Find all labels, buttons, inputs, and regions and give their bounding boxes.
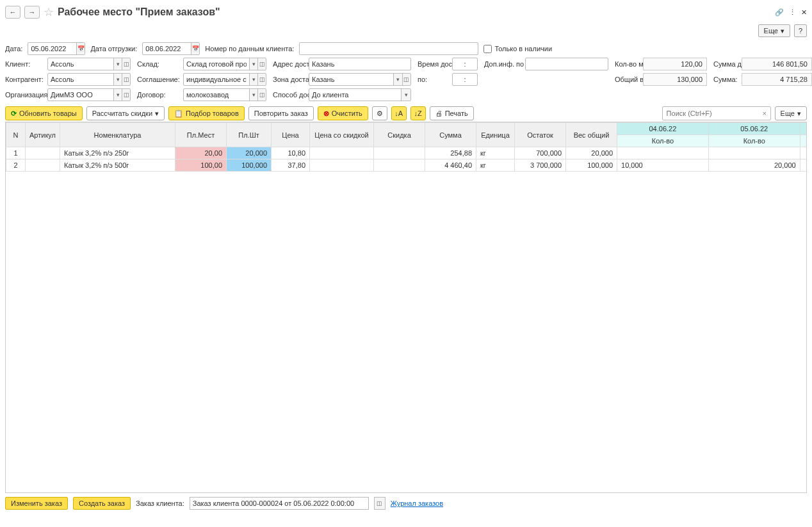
goods-table[interactable]: N Артикул Номенклатура Пл.Мест Пл.Шт Цен… [5, 122, 807, 493]
calc-discounts-button[interactable]: Рассчитать скидки▾ [86, 106, 165, 120]
col-qty1[interactable]: Кол-во [617, 135, 709, 147]
create-order-button[interactable]: Создать заказ [73, 497, 131, 510]
print-button[interactable]: 🖨Печать [430, 106, 474, 120]
chevron-down-icon[interactable]: ▾ [249, 74, 257, 85]
more-button[interactable]: Еще▾ [758, 24, 790, 37]
delivery-way-field[interactable]: ▾ [309, 88, 411, 101]
clientnum-field[interactable] [299, 42, 478, 55]
col-date3[interactable]: 06.0 [800, 123, 807, 135]
open-order-icon[interactable]: ◫ [374, 497, 386, 510]
col-qty3[interactable]: Кол [800, 135, 807, 147]
chevron-down-icon[interactable]: ▾ [113, 89, 122, 101]
instock-checkbox[interactable]: Только в наличии [483, 45, 552, 53]
arrow-left-icon: ← [10, 8, 17, 16]
open-icon[interactable]: ◫ [257, 89, 266, 101]
list-icon: 📋 [174, 109, 183, 118]
col-pieces[interactable]: Пл.Шт [227, 123, 272, 147]
sort-asc-button[interactable]: ↓A [391, 106, 407, 120]
repeat-order-button[interactable]: Повторить заказ [248, 106, 314, 120]
client-label: Клиент: [5, 60, 45, 68]
client-order-label: Заказ клиента: [136, 499, 184, 507]
debt-label: Сумма долга: [713, 60, 739, 68]
chevron-down-icon: ▾ [155, 109, 159, 118]
warehouse-label: Склад: [137, 60, 181, 68]
org-field[interactable]: ▾◫ [47, 88, 131, 101]
col-sum[interactable]: Сумма [425, 123, 476, 147]
chevron-down-icon[interactable]: ▾ [249, 58, 257, 70]
col-discount[interactable]: Скидка [374, 123, 425, 147]
places-qty-label: Кол-во мест: [615, 60, 640, 68]
clear-button[interactable]: ⊗Очистить [318, 106, 368, 120]
sort-desc-button[interactable]: ↓Z [410, 106, 426, 120]
refresh-goods-button[interactable]: ⟳Обновить товары [5, 106, 83, 120]
nav-forward-button[interactable]: → [24, 6, 40, 19]
edit-order-button[interactable]: Изменить заказ [5, 497, 68, 510]
col-n[interactable]: N [6, 123, 26, 147]
time-to-label: по: [418, 76, 450, 83]
col-weight[interactable]: Вес общий [566, 123, 617, 147]
extra-info-label: Доп.инф. по доставке: [484, 60, 523, 68]
open-icon[interactable]: ◫ [122, 89, 130, 101]
agreement-field[interactable]: ▾◫ [183, 73, 266, 86]
total-weight-label: Общий вес: [615, 76, 640, 83]
settings-button[interactable]: ⚙ [372, 106, 387, 120]
zone-field[interactable]: ▾◫ [309, 73, 411, 86]
clear-search-icon[interactable]: × [759, 109, 770, 117]
calendar-icon[interactable] [76, 43, 85, 54]
gear-icon: ⚙ [377, 109, 383, 118]
date-field[interactable] [28, 42, 85, 55]
chevron-down-icon[interactable]: ▾ [401, 89, 410, 101]
refresh-icon: ⟳ [11, 109, 17, 118]
col-places[interactable]: Пл.Мест [175, 123, 227, 147]
help-button[interactable]: ? [794, 24, 807, 37]
open-icon[interactable]: ◫ [257, 58, 266, 70]
chevron-down-icon[interactable]: ▾ [249, 89, 257, 101]
col-article[interactable]: Артикул [26, 123, 60, 147]
time-from-field[interactable] [452, 58, 478, 70]
pick-goods-button[interactable]: 📋Подбор товаров [168, 106, 245, 120]
col-qty2[interactable]: Кол-во [708, 135, 800, 147]
open-icon[interactable]: ◫ [122, 74, 130, 85]
col-unit[interactable]: Единица [476, 123, 515, 147]
deal-field[interactable]: ▾◫ [183, 88, 266, 101]
star-icon[interactable]: ☆ [44, 5, 54, 19]
link-icon[interactable]: 🔗 [775, 8, 784, 17]
extra-info-field[interactable] [525, 58, 608, 70]
org-label: Организация [5, 91, 45, 99]
nav-back-button[interactable]: ← [5, 6, 20, 19]
table-row[interactable]: 2Катык 3,2% п/э 500г100,00100,00037,804 … [6, 159, 808, 172]
table-more-button[interactable]: Еще▾ [775, 106, 807, 120]
chevron-down-icon[interactable]: ▾ [113, 58, 122, 70]
delete-icon: ⊗ [323, 109, 329, 118]
col-nomenclature[interactable]: Номенклатура [60, 123, 175, 147]
footer: Изменить заказ Создать заказ Заказ клиен… [5, 497, 807, 510]
client-field[interactable]: ▾◫ [47, 58, 131, 70]
warehouse-field[interactable]: ▾◫ [183, 58, 266, 70]
time-to-field[interactable] [452, 73, 478, 86]
col-rest[interactable]: Остаток [515, 123, 566, 147]
col-date1[interactable]: 04.06.22 [617, 123, 709, 135]
more-icon[interactable]: ⋮ [789, 8, 796, 17]
clientnum-label: Номер по данным клиента: [205, 45, 294, 53]
client-order-field[interactable]: Заказ клиента 0000-000024 от 05.06.2022 … [190, 497, 369, 510]
chevron-down-icon: ▾ [797, 109, 801, 118]
address-field[interactable] [309, 58, 411, 70]
order-journal-link[interactable]: Журнал заказов [391, 499, 443, 507]
col-price[interactable]: Цена [272, 123, 310, 147]
chevron-down-icon[interactable]: ▾ [393, 74, 402, 85]
open-icon[interactable]: ◫ [257, 74, 266, 85]
open-icon[interactable]: ◫ [122, 58, 130, 70]
shipdate-field[interactable] [142, 42, 200, 55]
table-row[interactable]: 1Катык 3,2% п/э 250г20,0020,00010,80254,… [6, 147, 808, 159]
calendar-icon[interactable] [191, 43, 199, 54]
chevron-down-icon[interactable]: ▾ [113, 74, 122, 85]
col-date2[interactable]: 05.06.22 [708, 123, 800, 135]
deal-label: Договор: [137, 91, 181, 99]
close-icon[interactable]: ✕ [801, 8, 807, 17]
chevron-down-icon: ▾ [781, 27, 784, 35]
contractor-field[interactable]: ▾◫ [47, 73, 131, 86]
sort-asc-icon: ↓A [394, 109, 403, 117]
search-input[interactable]: × [662, 106, 771, 120]
open-icon[interactable]: ◫ [402, 74, 410, 85]
col-price-discount[interactable]: Цена со скидкой [310, 123, 374, 147]
